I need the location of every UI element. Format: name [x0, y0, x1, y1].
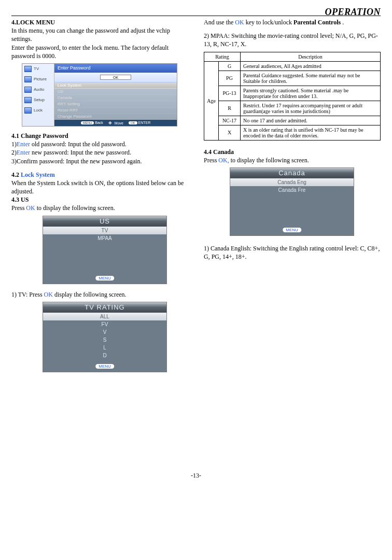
- lock-icon: [24, 107, 32, 114]
- side-picture: Picture: [22, 74, 54, 85]
- section-41-title: 4.1 Change Password: [11, 132, 68, 139]
- tvrating-l: L: [43, 344, 166, 352]
- th-rating: Rating: [204, 52, 241, 61]
- canada-eng: Canada Eng: [230, 178, 354, 186]
- canada-menu: MENU: [283, 228, 301, 232]
- menu-pill: MENU: [81, 121, 94, 124]
- code-r: R: [219, 101, 241, 116]
- section-42-title-a: 4.2: [11, 171, 21, 178]
- s41-line2: 2)Enter new password: Input the new pass…: [11, 148, 188, 157]
- page-number: -13-: [11, 472, 381, 480]
- tv-icon: [24, 66, 32, 72]
- side-lock: Lock: [22, 105, 54, 116]
- arrows-icon: [108, 121, 114, 125]
- tvrating-d: D: [43, 352, 166, 359]
- age-cell: Age: [204, 61, 219, 140]
- lock-row-canada: Canada: [54, 95, 177, 101]
- code-x: X: [219, 125, 241, 140]
- audio-icon: [24, 87, 32, 93]
- us-panel-tv: TV: [43, 227, 166, 234]
- section-43-title: 4.3 US: [11, 196, 29, 203]
- s44-eng-line: 1) Canada English: Switching the English…: [204, 244, 381, 261]
- lock-footer: MENU Back Move OK ENTER: [54, 120, 177, 126]
- right-intro: And use the OK key to lock/unlock Parent…: [204, 18, 381, 26]
- ok-pill: OK: [129, 121, 137, 124]
- lock-row-resetrrt: Reset RRT: [54, 107, 177, 114]
- page-header-title: OPERATION: [325, 7, 381, 18]
- right-mpaa: 2) MPAA: Switching the movie-rating cont…: [204, 32, 381, 48]
- desc-x: X is an older rating that is unified wit…: [241, 125, 381, 140]
- th-desc: Description: [241, 52, 381, 61]
- ratings-table: Rating Description Age G General audienc…: [204, 52, 381, 141]
- s41-line3: 3)Confirm password: Input the new passwo…: [11, 157, 188, 165]
- lock-row-locksystem: Lock System: [54, 82, 177, 89]
- section-44-title: 4.4 Canada: [204, 148, 234, 156]
- tvrating-title: TV RATING: [43, 302, 166, 313]
- side-setup: Setup: [22, 95, 54, 105]
- tvrating-fv: FV: [43, 320, 166, 328]
- s44-line: Press OK, to display the following scree…: [204, 156, 381, 164]
- desc-nc17: No one 17 and under admitted.: [241, 116, 381, 125]
- desc-pg: Parental Guidance suggested. Some materi…: [241, 71, 381, 86]
- tvrating-v: V: [43, 328, 166, 336]
- section-42-title-b: Lock System: [21, 171, 55, 178]
- enter-password-header: Enter Password: [54, 64, 177, 73]
- lock-menu-screenshot: TV Picture Audio Setup Lock Enter Passwo…: [22, 63, 177, 127]
- us-panel-menu: MENU: [95, 276, 114, 281]
- password-input: OK: [100, 75, 131, 80]
- s43-tv-line: 1) TV: Press OK display the following sc…: [11, 290, 188, 299]
- us-panel-mpaa: MPAA: [43, 234, 166, 242]
- desc-pg13: Parents strongly cautioned. Some materia…: [241, 86, 381, 101]
- section-4-title: 4.LOCK MENU: [11, 19, 55, 26]
- desc-r: Restrict. Under 17 requires accompanying…: [241, 101, 381, 116]
- picture-icon: [24, 76, 32, 82]
- lock-row-rrt: RRT Setting: [54, 101, 177, 107]
- canada-panel: Canada Canada Eng Canada Fre MENU: [230, 167, 354, 236]
- side-tv: TV: [22, 64, 54, 74]
- s42-p: When the System Lock switch is ON, the o…: [11, 179, 188, 195]
- us-panel: US TV MPAA MENU: [43, 216, 167, 284]
- us-panel-title: US: [43, 216, 166, 227]
- code-pg13: PG-13: [219, 86, 241, 101]
- password-row: OK: [54, 73, 177, 82]
- setup-icon: [24, 97, 32, 103]
- desc-g: General audiences, All Ages admitted: [241, 61, 381, 71]
- tvrating-s: S: [43, 336, 166, 344]
- code-g: G: [219, 61, 241, 71]
- tvrating-panel: TV RATING ALL FV V S L D MENU: [43, 302, 167, 372]
- s41-line1: 1)Enter old password: Input the old pass…: [11, 140, 188, 148]
- canada-fre: Canada Fre: [230, 186, 354, 194]
- tvrating-all: ALL: [43, 313, 166, 320]
- tvrating-menu: MENU: [95, 364, 114, 369]
- s43-line: Press OK to display the following screen…: [11, 204, 188, 212]
- side-audio: Audio: [22, 85, 54, 95]
- code-nc17: NC-17: [219, 116, 241, 125]
- canada-panel-title: Canada: [230, 168, 354, 178]
- section-4-p1: In this menu, you can change the passwor…: [11, 26, 188, 43]
- code-pg: PG: [219, 71, 241, 86]
- section-4-p2: Enter the password, to enter the lock me…: [11, 44, 188, 60]
- lock-row-changepw: Change Password: [54, 114, 177, 120]
- lock-row-us: US: [54, 89, 177, 95]
